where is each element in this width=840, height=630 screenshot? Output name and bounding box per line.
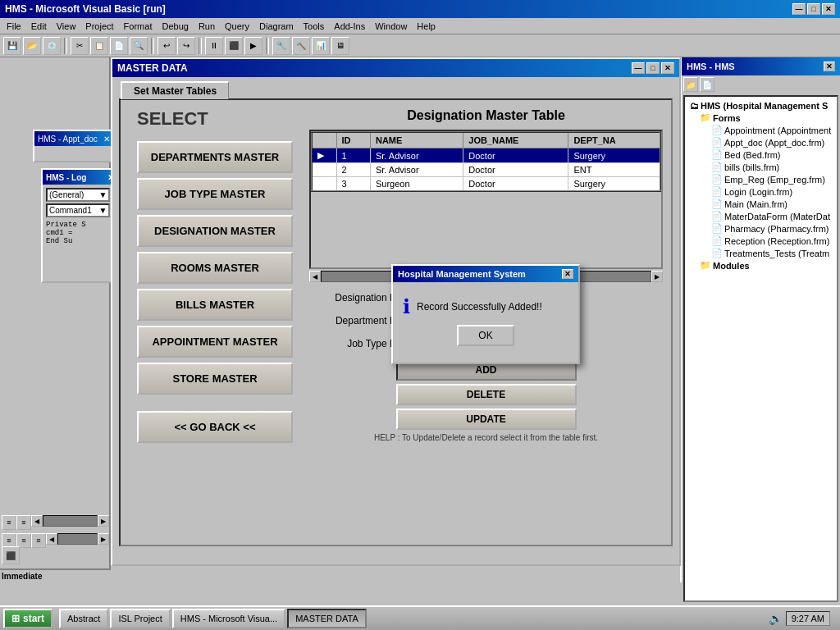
tree-apptdoc-label: Appt_doc (Appt_doc.frm) xyxy=(724,138,824,148)
hms-tree-content: 🗂 HMS (Hospital Management S 📁 Forms 📄 A… xyxy=(683,95,838,602)
toolbar-btn-run[interactable]: ▶ xyxy=(244,37,262,55)
toolbar-btn-7b[interactable]: 📊 xyxy=(312,37,330,55)
toolbar-btn-8b[interactable]: 🖥 xyxy=(331,37,349,55)
menu-tools[interactable]: Tools xyxy=(299,20,330,33)
taskbar: ⊞ start Abstract ISL Project HMS - Micro… xyxy=(0,605,840,630)
tree-item-main[interactable]: 📄 Main (Main.frm) xyxy=(688,198,833,210)
menu-addins[interactable]: Add-Ins xyxy=(329,20,370,33)
tree-item-login[interactable]: 📄 Login (Login.frm) xyxy=(688,185,833,198)
toolbar-btn-4[interactable]: ✂ xyxy=(71,37,89,55)
hms-tree-panel: HMS - HMS ✕ 📁 📄 🗂 HMS (Hospital Manageme… xyxy=(680,57,840,582)
tree-file-icon[interactable]: 📄 xyxy=(700,77,714,92)
appt-doc-titlebar: HMS - Appt_doc ✕ xyxy=(34,131,113,146)
immediate-label: Immediate xyxy=(2,572,42,581)
minimize-button[interactable]: — xyxy=(792,3,806,15)
toolbar-btn-6b[interactable]: 🔨 xyxy=(292,37,310,55)
tree-item-reception[interactable]: 📄 Reception (Reception.frm) xyxy=(688,235,833,247)
hospital-dialog: Hospital Management System ✕ ℹ Record Su… xyxy=(391,264,580,364)
left-panel: HMS - Appt_doc ✕ HMS - Log ✕ (General) ▼… xyxy=(0,57,111,582)
tree-item-bills[interactable]: 📄 bills (bills.frm) xyxy=(688,161,833,173)
tree-forms-label: Forms xyxy=(713,113,741,123)
general-dropdown[interactable]: (General) ▼ xyxy=(46,188,110,202)
toolbar-btn-5[interactable]: 📋 xyxy=(90,37,108,55)
menu-window[interactable]: Window xyxy=(370,20,412,33)
start-button[interactable]: ⊞ start xyxy=(3,609,52,628)
menu-run[interactable]: Run xyxy=(194,20,220,33)
dialog-title: Hospital Management System xyxy=(398,269,526,279)
hms-tree-close-btn[interactable]: ✕ xyxy=(824,62,835,71)
menu-bar: File Edit View Project Format Debug Run … xyxy=(0,18,840,34)
toolbar-sep-1 xyxy=(64,38,67,54)
left-scroll-right[interactable]: ▶ xyxy=(98,515,109,527)
tree-modules-icon: 📁 xyxy=(700,260,711,271)
menu-edit[interactable]: Edit xyxy=(26,20,52,33)
tree-item-modules[interactable]: 📁 Modules xyxy=(688,259,833,272)
tree-empreg-label: Emp_Reg (Emp_reg.frm) xyxy=(724,175,825,185)
taskbar-item-abstract[interactable]: Abstract xyxy=(59,609,108,628)
tree-item-appointment[interactable]: 📄 Appointment (Appointment xyxy=(688,124,833,136)
dialog-ok-button[interactable]: OK xyxy=(457,325,514,346)
close-button[interactable]: ✕ xyxy=(822,3,835,15)
toolbar-btn-3[interactable]: 💿 xyxy=(43,37,61,55)
menu-help[interactable]: Help xyxy=(412,20,441,33)
master-data-window: MASTER DATA — □ ✕ Set Master Tables SELE… xyxy=(111,57,681,566)
appt-doc-close[interactable]: ✕ xyxy=(103,135,110,144)
toolbar-btn-5b[interactable]: 🔧 xyxy=(272,37,290,55)
tree-item-apptdoc[interactable]: 📄 Appt_doc (Appt_doc.frm) xyxy=(688,136,833,148)
taskbar-items: Abstract ISL Project HMS - Microsoft Vis… xyxy=(59,609,769,628)
toolbar-btn-2[interactable]: 📂 xyxy=(23,37,41,55)
left-scroll-right2[interactable]: ▶ xyxy=(98,533,109,545)
toolbar-btn-redo[interactable]: ↪ xyxy=(177,37,195,55)
dialog-close-btn[interactable]: ✕ xyxy=(562,269,573,279)
taskbar-item-hms-vb[interactable]: HMS - Microsoft Visua... xyxy=(172,609,285,628)
tree-modules-label: Modules xyxy=(713,261,750,271)
toolbar-btn-1[interactable]: 💾 xyxy=(3,37,21,55)
toolbar-btn-6[interactable]: 📄 xyxy=(110,37,128,55)
left-scroll-track[interactable] xyxy=(43,515,98,527)
taskbar-item-isl[interactable]: ISL Project xyxy=(110,609,170,628)
maximize-button[interactable]: □ xyxy=(807,3,820,15)
menu-view[interactable]: View xyxy=(52,20,81,33)
taskbar-tray: 🔊 9:27 AM xyxy=(769,611,837,626)
menu-debug[interactable]: Debug xyxy=(157,20,193,33)
taskbar-item-master-data[interactable]: MASTER DATA xyxy=(287,609,367,628)
toolbar-sep-4 xyxy=(266,38,269,54)
toolbar-btn-7[interactable]: 🔍 xyxy=(130,37,148,55)
toolbar-sep-3 xyxy=(199,38,202,54)
menu-diagram[interactable]: Diagram xyxy=(254,20,299,33)
code-line-3: End Su xyxy=(46,237,114,245)
tree-bills-icon: 📄 xyxy=(711,162,723,172)
tree-folder-icon[interactable]: 📁 xyxy=(683,77,698,92)
dialog-info-icon: ℹ xyxy=(403,295,410,318)
tree-main-icon: 📄 xyxy=(711,199,723,209)
menu-format[interactable]: Format xyxy=(119,20,158,33)
toolbar-btn-pause[interactable]: ⏸ xyxy=(205,37,223,55)
tree-treatments-label: Treatments_Tests (Treatm xyxy=(724,249,829,258)
tree-root-icon: 🗂 xyxy=(690,101,699,111)
hms-tree-title: HMS - HMS xyxy=(687,62,735,71)
left-btn-1[interactable]: ≡ xyxy=(2,515,16,530)
menu-project[interactable]: Project xyxy=(80,20,118,33)
general-label: (General) xyxy=(49,190,84,199)
tree-item-materdata[interactable]: 📄 MaterDataForm (MaterDat xyxy=(688,210,833,222)
tree-item-treatments[interactable]: 📄 Treatments_Tests (Treatm xyxy=(688,247,833,259)
menu-query[interactable]: Query xyxy=(220,20,254,33)
tree-item-forms[interactable]: 📁 Forms xyxy=(688,112,833,124)
tree-item-empreg[interactable]: 📄 Emp_Reg (Emp_reg.frm) xyxy=(688,173,833,185)
tree-item-pharmacy[interactable]: 📄 Pharmacy (Pharmacy.frm) xyxy=(688,222,833,235)
menu-file[interactable]: File xyxy=(2,20,26,33)
tree-appt-label: Appointment (Appointment xyxy=(724,126,831,135)
left-scroll-left2[interactable]: ◀ xyxy=(46,533,57,545)
dialog-message-row: ℹ Record Successfully Added!! xyxy=(403,295,568,318)
appt-doc-title-text: HMS - Appt_doc xyxy=(38,135,98,144)
command-dropdown[interactable]: Command1 ▼ xyxy=(46,203,110,217)
left-scroll-left[interactable]: ◀ xyxy=(31,515,43,527)
tree-item-bed[interactable]: 📄 Bed (Bed.frm) xyxy=(688,148,833,161)
left-scroll-track2[interactable] xyxy=(57,533,98,545)
indent-btn[interactable]: ⬛ xyxy=(2,546,20,564)
left-btn-2[interactable]: ≡ xyxy=(16,515,31,530)
hms-log-window: HMS - Log ✕ (General) ▼ Command1 ▼ Priva… xyxy=(41,168,119,283)
toolbar-btn-stop[interactable]: ⬛ xyxy=(225,37,243,55)
toolbar-btn-undo[interactable]: ↩ xyxy=(158,37,176,55)
tree-item-root[interactable]: 🗂 HMS (Hospital Management S xyxy=(688,100,833,112)
